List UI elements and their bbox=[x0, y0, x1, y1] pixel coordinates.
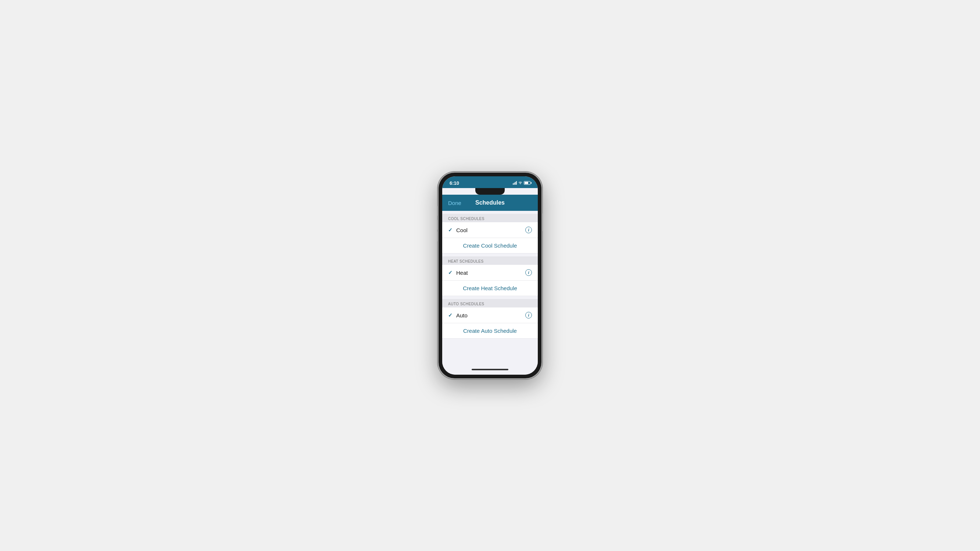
status-icons bbox=[513, 181, 530, 185]
auto-info-icon[interactable]: i bbox=[525, 312, 532, 319]
auto-schedule-item[interactable]: ✓ Auto i bbox=[442, 308, 538, 323]
cool-info-icon[interactable]: i bbox=[525, 227, 532, 233]
content-area: COOL SCHEDULES ✓ Cool i Create Cool Sche… bbox=[442, 211, 538, 375]
cool-label: Cool bbox=[456, 227, 525, 233]
cool-schedule-item[interactable]: ✓ Cool i bbox=[442, 222, 538, 238]
create-auto-schedule-button[interactable]: Create Auto Schedule bbox=[463, 328, 517, 334]
section-gap-top bbox=[442, 211, 538, 214]
heat-schedules-header: HEAT SCHEDULES bbox=[442, 256, 538, 265]
create-cool-row: Create Cool Schedule bbox=[442, 238, 538, 254]
section-gap-heat bbox=[442, 254, 538, 256]
phone-wrapper: 6:10 Done bbox=[439, 173, 541, 378]
status-bar: 6:10 bbox=[442, 176, 538, 188]
battery-icon bbox=[524, 181, 530, 185]
create-heat-schedule-button[interactable]: Create Heat Schedule bbox=[463, 285, 517, 291]
battery-fill bbox=[525, 182, 528, 184]
auto-schedules-header: AUTO SCHEDULES bbox=[442, 299, 538, 308]
heat-schedule-item[interactable]: ✓ Heat i bbox=[442, 265, 538, 281]
done-button[interactable]: Done bbox=[448, 200, 461, 206]
notch bbox=[475, 188, 505, 195]
home-indicator bbox=[472, 369, 508, 370]
heat-label: Heat bbox=[456, 270, 525, 276]
create-auto-row: Create Auto Schedule bbox=[442, 323, 538, 339]
create-cool-schedule-button[interactable]: Create Cool Schedule bbox=[463, 243, 517, 249]
phone-screen: 6:10 Done bbox=[442, 176, 538, 375]
nav-bar: Done Schedules bbox=[442, 195, 538, 211]
bottom-safe-area bbox=[442, 339, 538, 346]
heat-checkmark-icon: ✓ bbox=[448, 270, 452, 275]
cool-schedules-header: COOL SCHEDULES bbox=[442, 214, 538, 222]
auto-checkmark-icon: ✓ bbox=[448, 312, 452, 318]
page-title: Schedules bbox=[475, 200, 505, 206]
heat-info-icon[interactable]: i bbox=[525, 269, 532, 276]
create-heat-row: Create Heat Schedule bbox=[442, 281, 538, 296]
wifi-icon bbox=[518, 181, 522, 185]
status-time: 6:10 bbox=[450, 180, 459, 186]
auto-label: Auto bbox=[456, 312, 525, 319]
section-gap-auto bbox=[442, 296, 538, 299]
signal-bars-icon bbox=[513, 181, 517, 185]
cool-checkmark-icon: ✓ bbox=[448, 227, 452, 233]
